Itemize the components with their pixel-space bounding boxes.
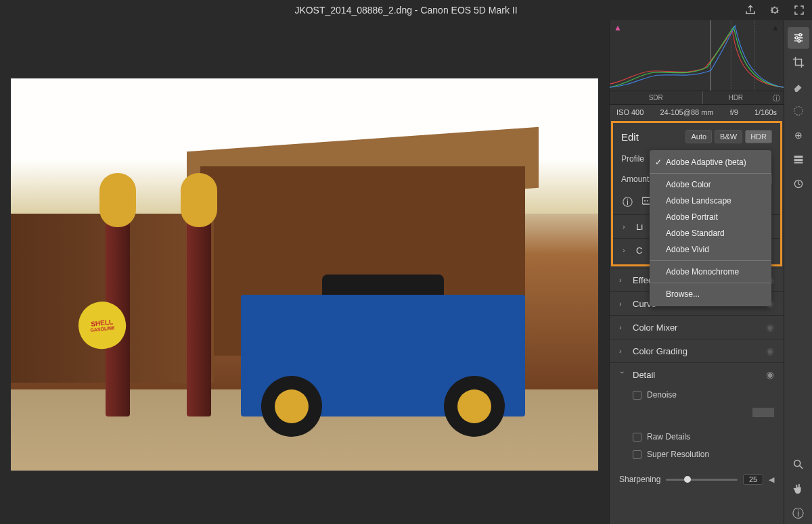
histogram-mode-labels: SDR HDR ⓘ [610, 91, 784, 105]
profile-option-adaptive[interactable]: Adobe Adaptive (beta) [650, 154, 771, 170]
chevron-right-icon: › [623, 246, 629, 254]
gear-icon[interactable] [769, 4, 781, 16]
redeye-icon[interactable]: ⊕ [788, 124, 809, 146]
denoise-swatch-row [610, 404, 784, 421]
section-color-mixer[interactable]: › Color Mixer ◉ [610, 315, 784, 339]
profile-label: Profile [621, 154, 644, 164]
edit-title: Edit [621, 131, 639, 143]
hdr-button[interactable]: HDR [745, 130, 772, 143]
svg-point-9 [647, 200, 648, 201]
crop-icon[interactable] [788, 51, 809, 73]
meta-aperture: f/9 [730, 108, 738, 116]
versions-icon[interactable] [788, 173, 809, 195]
disclosure-icon[interactable]: ◀ [769, 475, 774, 484]
top-bar: JKOST_2014_08886_2.dng - Canon EOS 5D Ma… [0, 0, 812, 20]
svg-point-8 [644, 200, 646, 201]
profile-option-standard[interactable]: Adobe Standard [650, 225, 771, 241]
chevron-down-icon: › [618, 371, 627, 378]
raw-details-label: Raw Details [647, 432, 690, 442]
right-panel: ▲ ▲ SDR HDR ⓘ ISO 400 24-105@88 mm f/9 1… [609, 20, 784, 524]
highlighted-edit-region: Edit Auto B&W HDR Profile Adobe Adaptive… [611, 121, 782, 266]
fullscreen-icon[interactable] [793, 4, 805, 16]
svg-rect-20 [794, 162, 803, 164]
photo-preview: SHELL GASOLINE [11, 78, 598, 471]
bw-button[interactable]: B&W [715, 130, 742, 143]
histogram[interactable]: ▲ ▲ [610, 20, 784, 91]
svg-rect-19 [794, 159, 803, 161]
meta-iso: ISO 400 [616, 108, 644, 116]
svg-point-22 [794, 460, 800, 467]
sdr-label[interactable]: SDR [610, 91, 703, 104]
eye-icon[interactable]: ◉ [766, 322, 774, 333]
presets-icon[interactable] [788, 149, 809, 170]
sharpening-label: Sharpening [619, 475, 660, 484]
chevron-right-icon: › [619, 300, 626, 308]
svg-line-23 [799, 466, 803, 469]
denoise-checkbox[interactable] [633, 391, 641, 400]
section-color-grading[interactable]: › Color Grading ◉ [610, 339, 784, 362]
metadata-row: ISO 400 24-105@88 mm f/9 1/160s [610, 105, 784, 120]
eraser-icon[interactable] [788, 76, 809, 97]
export-icon[interactable] [744, 4, 757, 16]
chevron-right-icon: › [623, 222, 629, 231]
info-panel-icon[interactable]: ⓘ [788, 502, 809, 524]
svg-point-17 [794, 107, 803, 116]
profile-row: Profile Adobe Adaptive (beta) Adobe Colo… [613, 150, 780, 168]
file-title: JKOST_2014_08886_2.dng - Canon EOS 5D Ma… [294, 5, 517, 16]
denoise-preview-swatch [752, 408, 774, 417]
canvas-area[interactable]: SHELL GASOLINE [0, 20, 609, 524]
meta-shutter: 1/160s [754, 108, 777, 116]
sharpening-slider[interactable] [666, 479, 738, 481]
info-icon[interactable]: ⓘ [623, 196, 633, 209]
histogram-info-icon[interactable]: ⓘ [769, 91, 784, 104]
profile-option-browse[interactable]: Browse... [650, 286, 771, 302]
super-resolution-label: Super Resolution [647, 450, 709, 459]
profile-option-color[interactable]: Adobe Color [650, 176, 771, 193]
denoise-checkbox-row: Denoise [610, 386, 784, 404]
sharpening-row: Sharpening 25 ◀ [610, 470, 784, 489]
profile-option-vivid[interactable]: Adobe Vivid [650, 241, 771, 258]
auto-button[interactable]: Auto [685, 130, 712, 143]
svg-point-16 [798, 40, 800, 43]
profile-option-portrait[interactable]: Adobe Portrait [650, 209, 771, 225]
svg-point-15 [795, 37, 798, 39]
raw-details-checkbox[interactable] [633, 433, 641, 442]
profile-option-landscape[interactable]: Adobe Landscape [650, 193, 771, 209]
masking-icon[interactable] [788, 100, 809, 122]
shadow-clip-icon[interactable]: ▲ [614, 23, 622, 32]
hand-icon[interactable] [788, 478, 809, 500]
profile-option-monochrome[interactable]: Adobe Monochrome [650, 264, 771, 280]
svg-rect-18 [794, 156, 803, 158]
top-actions [744, 4, 805, 16]
highlight-clip-icon[interactable]: ▲ [771, 23, 780, 32]
chevron-right-icon: › [619, 276, 626, 284]
profile-dropdown: Adobe Adaptive (beta) Adobe Color Adobe … [650, 150, 771, 306]
section-detail[interactable]: › Detail ◉ [610, 362, 784, 386]
amount-label: Amount [621, 174, 651, 184]
hdr-label[interactable]: HDR [703, 91, 769, 104]
sharpening-value[interactable]: 25 [743, 474, 763, 485]
eye-icon[interactable]: ◉ [766, 369, 774, 380]
chevron-right-icon: › [619, 323, 626, 331]
raw-details-row: Raw Details [610, 428, 784, 446]
meta-lens: 24-105@88 mm [660, 108, 713, 116]
tool-strip: ⊕ ⓘ [784, 20, 812, 524]
denoise-label: Denoise [647, 390, 677, 400]
zoom-icon[interactable] [788, 454, 809, 475]
eye-icon[interactable]: ◉ [766, 346, 774, 356]
edit-panel-header: Edit Auto B&W HDR [613, 123, 780, 150]
svg-point-14 [798, 34, 801, 37]
edit-sliders-icon[interactable] [788, 27, 809, 49]
super-resolution-row: Super Resolution [610, 446, 784, 463]
super-resolution-checkbox[interactable] [633, 450, 641, 459]
chevron-right-icon: › [619, 347, 626, 355]
